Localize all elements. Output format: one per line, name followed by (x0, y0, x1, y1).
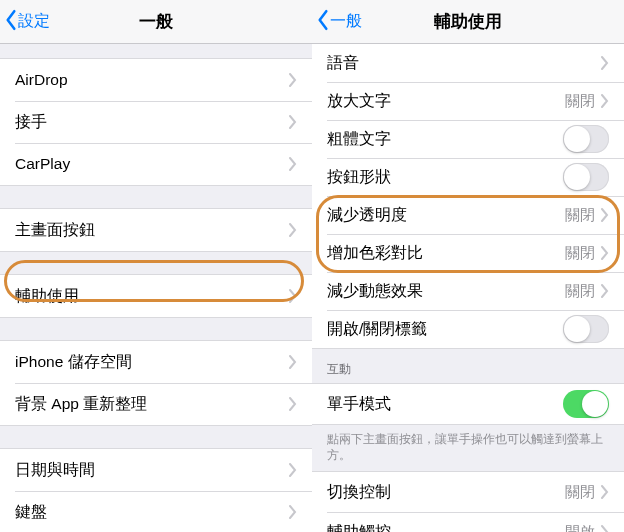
back-button[interactable]: 一般 (312, 9, 362, 35)
chevron-right-icon (289, 157, 297, 171)
group-2: 主畫面按鈕 (0, 208, 312, 252)
group-interaction-2: 切換控制 關閉 輔助觸控 開啟 (312, 471, 624, 532)
row-keyboard[interactable]: 鍵盤 (0, 491, 312, 532)
section-footer: 點兩下主畫面按鈕，讓單手操作也可以觸達到螢幕上方。 (312, 425, 624, 471)
chevron-right-icon (601, 284, 609, 298)
row-home-button[interactable]: 主畫面按鈕 (0, 209, 312, 251)
row-storage[interactable]: iPhone 儲存空間 (0, 341, 312, 383)
row-larger-text[interactable]: 放大文字 關閉 (312, 82, 624, 120)
row-value: 關閉 (565, 206, 595, 225)
row-label: CarPlay (15, 155, 289, 173)
row-reduce-transparency[interactable]: 減少透明度 關閉 (312, 196, 624, 234)
row-reachability[interactable]: 單手模式 (312, 384, 624, 424)
switch-on-off-labels[interactable] (563, 315, 609, 343)
row-label: 開啟/關閉標籤 (327, 319, 563, 340)
row-label: 增加色彩對比 (327, 243, 565, 264)
group-display: 語音 放大文字 關閉 粗體文字 按鈕形狀 減少透明度 關閉 (312, 44, 624, 349)
chevron-right-icon (601, 56, 609, 70)
row-value: 關閉 (565, 244, 595, 263)
navbar: 一般 輔助使用 (312, 0, 624, 44)
chevron-right-icon (601, 246, 609, 260)
row-airdrop[interactable]: AirDrop (0, 59, 312, 101)
row-label: 語音 (327, 53, 601, 74)
chevron-right-icon (289, 73, 297, 87)
row-value: 關閉 (565, 282, 595, 301)
row-value: 關閉 (565, 92, 595, 111)
chevron-right-icon (289, 355, 297, 369)
row-bold-text[interactable]: 粗體文字 (312, 120, 624, 158)
chevron-right-icon (601, 208, 609, 222)
row-on-off-labels[interactable]: 開啟/關閉標籤 (312, 310, 624, 348)
section-header: 互動 (312, 349, 624, 383)
switch-bold-text[interactable] (563, 125, 609, 153)
row-label: 主畫面按鈕 (15, 220, 289, 241)
group-3: 輔助使用 (0, 274, 312, 318)
chevron-right-icon (289, 289, 297, 303)
phone-right: 一般 輔助使用 語音 放大文字 關閉 粗體文字 按鈕形狀 減少透明 (312, 0, 624, 532)
phone-left: 設定 一般 AirDrop 接手 CarPlay 主畫面按鈕 (0, 0, 312, 532)
row-carplay[interactable]: CarPlay (0, 143, 312, 185)
group-5: 日期與時間 鍵盤 語言與地區 (0, 448, 312, 532)
row-label: 放大文字 (327, 91, 565, 112)
row-background-refresh[interactable]: 背景 App 重新整理 (0, 383, 312, 425)
chevron-right-icon (289, 463, 297, 477)
row-label: 日期與時間 (15, 460, 289, 481)
switch-reachability[interactable] (563, 390, 609, 418)
content: AirDrop 接手 CarPlay 主畫面按鈕 輔助使用 (0, 44, 312, 532)
row-label: 減少動態效果 (327, 281, 565, 302)
row-label: 按鈕形狀 (327, 167, 563, 188)
row-reduce-motion[interactable]: 減少動態效果 關閉 (312, 272, 624, 310)
row-label: 接手 (15, 112, 289, 133)
row-value: 開啟 (565, 523, 595, 532)
group-interaction-1: 單手模式 (312, 383, 624, 425)
chevron-right-icon (601, 525, 609, 532)
row-button-shapes[interactable]: 按鈕形狀 (312, 158, 624, 196)
row-value: 關閉 (565, 483, 595, 502)
group-4: iPhone 儲存空間 背景 App 重新整理 (0, 340, 312, 426)
row-assistive-touch[interactable]: 輔助觸控 開啟 (312, 512, 624, 532)
row-label: 背景 App 重新整理 (15, 394, 289, 415)
row-handoff[interactable]: 接手 (0, 101, 312, 143)
navbar: 設定 一般 (0, 0, 312, 44)
row-label: 減少透明度 (327, 205, 565, 226)
row-label: iPhone 儲存空間 (15, 352, 289, 373)
content: 語音 放大文字 關閉 粗體文字 按鈕形狀 減少透明度 關閉 (312, 44, 624, 532)
chevron-left-icon (316, 9, 330, 35)
row-label: 鍵盤 (15, 502, 289, 523)
row-increase-contrast[interactable]: 增加色彩對比 關閉 (312, 234, 624, 272)
back-label: 一般 (330, 11, 362, 32)
row-label: 粗體文字 (327, 129, 563, 150)
chevron-right-icon (289, 223, 297, 237)
back-label: 設定 (18, 11, 50, 32)
switch-button-shapes[interactable] (563, 163, 609, 191)
chevron-right-icon (601, 94, 609, 108)
row-accessibility[interactable]: 輔助使用 (0, 275, 312, 317)
row-switch-control[interactable]: 切換控制 關閉 (312, 472, 624, 512)
chevron-right-icon (601, 485, 609, 499)
chevron-left-icon (4, 9, 18, 35)
row-label: AirDrop (15, 71, 289, 89)
row-label: 輔助觸控 (327, 522, 565, 532)
row-date-time[interactable]: 日期與時間 (0, 449, 312, 491)
row-label: 單手模式 (327, 394, 563, 415)
group-1: AirDrop 接手 CarPlay (0, 58, 312, 186)
chevron-right-icon (289, 505, 297, 519)
back-button[interactable]: 設定 (0, 9, 50, 35)
row-voice[interactable]: 語音 (312, 44, 624, 82)
row-label: 切換控制 (327, 482, 565, 503)
chevron-right-icon (289, 397, 297, 411)
row-label: 輔助使用 (15, 286, 289, 307)
chevron-right-icon (289, 115, 297, 129)
